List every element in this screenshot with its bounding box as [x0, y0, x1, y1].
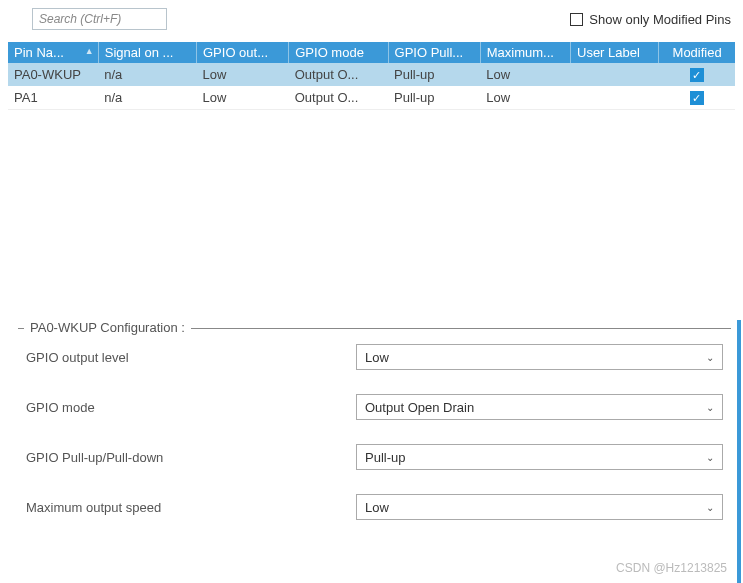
table-header-row: Pin Na... ▲ Signal on ... GPIO out... GP…	[8, 42, 735, 63]
cell-gpio-pull: Pull-up	[388, 63, 480, 86]
cell-modified[interactable]: ✓	[659, 86, 735, 110]
config-label: GPIO output level	[26, 350, 356, 365]
chevron-down-icon: ⌄	[706, 502, 714, 513]
cell-gpio-out: Low	[197, 63, 289, 86]
table-row[interactable]: PA0-WKUP n/a Low Output O... Pull-up Low…	[8, 63, 735, 86]
cell-pin-name: PA1	[8, 86, 98, 110]
cell-maximum: Low	[480, 63, 570, 86]
checkbox-checked-icon[interactable]: ✓	[690, 68, 704, 82]
chevron-down-icon: ⌄	[706, 352, 714, 363]
search-input[interactable]	[32, 8, 167, 30]
chevron-down-icon: ⌄	[706, 452, 714, 463]
config-select-gpio-pull[interactable]: Pull-up ⌄	[356, 444, 723, 470]
config-label: GPIO mode	[26, 400, 356, 415]
cell-user-label	[571, 86, 659, 110]
col-signal[interactable]: Signal on ...	[98, 42, 196, 63]
show-only-label: Show only Modified Pins	[589, 12, 731, 27]
config-row-gpio-pull: GPIO Pull-up/Pull-down Pull-up ⌄	[18, 432, 731, 482]
cell-modified[interactable]: ✓	[659, 63, 735, 86]
cell-signal: n/a	[98, 86, 196, 110]
col-maximum[interactable]: Maximum...	[480, 42, 570, 63]
cell-pin-name: PA0-WKUP	[8, 63, 98, 86]
config-label: Maximum output speed	[26, 500, 356, 515]
sort-asc-icon: ▲	[85, 46, 94, 56]
config-fieldset: PA0-WKUP Configuration : GPIO output lev…	[18, 320, 731, 532]
col-gpio-out[interactable]: GPIO out...	[197, 42, 289, 63]
config-select-max-speed[interactable]: Low ⌄	[356, 494, 723, 520]
table-row[interactable]: PA1 n/a Low Output O... Pull-up Low ✓	[8, 86, 735, 110]
scrollbar-vertical[interactable]	[737, 320, 741, 583]
select-value: Low	[365, 500, 389, 515]
config-select-gpio-output-level[interactable]: Low ⌄	[356, 344, 723, 370]
show-only-modified-toggle[interactable]: Show only Modified Pins	[570, 12, 735, 27]
config-row-gpio-output-level: GPIO output level Low ⌄	[18, 332, 731, 382]
cell-gpio-mode: Output O...	[289, 86, 388, 110]
select-value: Pull-up	[365, 450, 405, 465]
col-modified[interactable]: Modified	[659, 42, 735, 63]
col-gpio-mode[interactable]: GPIO mode	[289, 42, 388, 63]
checkbox-checked-icon[interactable]: ✓	[690, 91, 704, 105]
col-user-label[interactable]: User Label	[571, 42, 659, 63]
checkbox-empty-icon[interactable]	[570, 13, 583, 26]
config-row-gpio-mode: GPIO mode Output Open Drain ⌄	[18, 382, 731, 432]
col-pin-name[interactable]: Pin Na... ▲	[8, 42, 98, 63]
config-panel: PA0-WKUP Configuration : GPIO output lev…	[18, 320, 731, 532]
cell-gpio-pull: Pull-up	[388, 86, 480, 110]
cell-maximum: Low	[480, 86, 570, 110]
cell-gpio-out: Low	[197, 86, 289, 110]
select-value: Low	[365, 350, 389, 365]
col-label: Pin Na...	[14, 45, 64, 60]
select-value: Output Open Drain	[365, 400, 474, 415]
watermark: CSDN @Hz1213825	[616, 561, 727, 575]
config-label: GPIO Pull-up/Pull-down	[26, 450, 356, 465]
chevron-down-icon: ⌄	[706, 402, 714, 413]
config-select-gpio-mode[interactable]: Output Open Drain ⌄	[356, 394, 723, 420]
top-bar: Show only Modified Pins	[0, 0, 743, 34]
config-row-max-speed: Maximum output speed Low ⌄	[18, 482, 731, 532]
cell-user-label	[571, 63, 659, 86]
col-gpio-pull[interactable]: GPIO Pull...	[388, 42, 480, 63]
cell-signal: n/a	[98, 63, 196, 86]
cell-gpio-mode: Output O...	[289, 63, 388, 86]
config-title: PA0-WKUP Configuration :	[24, 320, 191, 335]
pin-table: Pin Na... ▲ Signal on ... GPIO out... GP…	[8, 42, 735, 110]
